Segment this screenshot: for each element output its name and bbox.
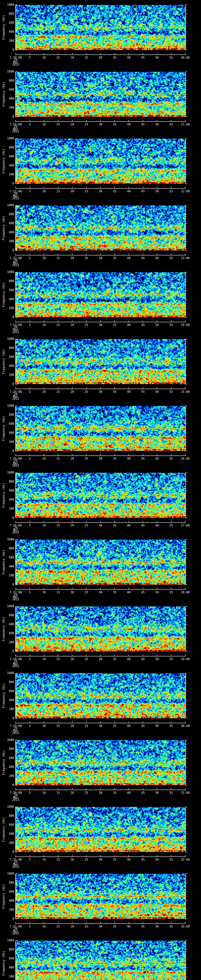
y-tick-label: 200 — [0, 908, 14, 911]
y-axis-title: Frequency (Hz) — [2, 406, 5, 451]
date-label: 26Mar2015 — [4, 393, 27, 400]
panel-end-time-label: 24:00 — [177, 324, 194, 326]
spectrogram-panel-9: Frequency (Hz)02004006008001000510152025… — [0, 535, 201, 601]
y-tick-label: 600 — [0, 489, 14, 492]
panel-end-time-label: 25:00 — [177, 390, 194, 393]
y-tick-label: 200 — [0, 507, 14, 510]
date-line: 2015 — [4, 331, 27, 333]
spectrogram-panel-10: Frequency (Hz)02004006008001000510152025… — [0, 601, 201, 668]
y-tick-label: 0 — [0, 850, 14, 853]
y-tick-label: 0 — [0, 583, 14, 586]
date-label: 26Mar2015 — [4, 527, 27, 534]
date-label: 26Mar2015 — [4, 259, 27, 266]
y-tick-label: 200 — [0, 106, 14, 109]
y-tick-label: 0 — [0, 48, 14, 51]
y-tick-label: 1000 — [0, 3, 14, 6]
date-label: 26Mar2015 — [4, 326, 27, 333]
panel-end-time-label: 32:00 — [177, 858, 194, 861]
spectrogram-panel-1: Frequency (Hz)02004006008001000510152025… — [0, 0, 201, 67]
y-tick-label: 0 — [0, 249, 14, 252]
y-tick-label: 200 — [0, 708, 14, 711]
y-tick-label: 400 — [0, 498, 14, 501]
y-tick-label: 1000 — [0, 471, 14, 474]
panel-end-time-label: 26:00 — [177, 457, 194, 460]
spectrogram-panel-13: Frequency (Hz)02004006008001000510152025… — [0, 802, 201, 869]
y-tick-label: 200 — [0, 574, 14, 577]
y-tick-label: 0 — [0, 917, 14, 920]
y-tick-label: 0 — [0, 784, 14, 786]
y-tick-label: 600 — [0, 623, 14, 626]
y-tick-label: 1000 — [0, 538, 14, 541]
y-tick-label: 600 — [0, 21, 14, 24]
y-axis-title: Frequency (Hz) — [2, 539, 5, 585]
y-tick-label: 1000 — [0, 805, 14, 808]
y-tick-label: 400 — [0, 30, 14, 33]
y-tick-label: 800 — [0, 12, 14, 15]
date-line: 2015 — [4, 264, 27, 266]
date-line: 2015 — [4, 665, 27, 667]
y-axis-title: Frequency (Hz) — [2, 606, 5, 652]
spectrogram-panel-7: Frequency (Hz)02004006008001000510152025… — [0, 401, 201, 468]
y-axis-title: Frequency (Hz) — [2, 205, 5, 250]
spectrogram-panel-2: Frequency (Hz)02004006008001000510152025… — [0, 67, 201, 134]
spectrogram-panel-12: Frequency (Hz)02004006008001000510152025… — [0, 735, 201, 802]
y-tick-label: 400 — [0, 364, 14, 367]
spectrogram-panel-6: Frequency (Hz)02004006008001000510152025… — [0, 334, 201, 401]
y-tick-label: 1000 — [0, 872, 14, 875]
spectrogram-figure: Frequency (Hz)02004006008001000510152025… — [0, 0, 201, 980]
y-tick-label: 1000 — [0, 738, 14, 741]
y-tick-label: 800 — [0, 414, 14, 416]
y-tick-label: 600 — [0, 88, 14, 91]
spectrogram-panel-5: Frequency (Hz)02004006008001000510152025… — [0, 267, 201, 334]
date-label: 26Mar2015 — [4, 126, 27, 133]
date-line: 2015 — [4, 398, 27, 400]
y-tick-label: 1000 — [0, 672, 14, 675]
y-axis-title: Frequency (Hz) — [2, 874, 5, 919]
y-axis-title: Frequency (Hz) — [2, 272, 5, 317]
spectrogram-panel-3: Frequency (Hz)02004006008001000510152025… — [0, 134, 201, 200]
y-axis-title: Frequency (Hz) — [2, 807, 5, 852]
y-tick-label: 200 — [0, 240, 14, 243]
spectrogram-panel-14: Frequency (Hz)02004006008001000510152025… — [0, 869, 201, 936]
panel-end-time-label: 27:00 — [177, 524, 194, 527]
date-line: 2015 — [4, 732, 27, 734]
spectrogram-panel-8: Frequency (Hz)02004006008001000510152025… — [0, 468, 201, 535]
y-tick-label: 400 — [0, 832, 14, 835]
panel-end-time-label: 33:00 — [177, 925, 194, 928]
y-tick-label: 600 — [0, 957, 14, 960]
y-tick-label: 800 — [0, 79, 14, 82]
date-label: 26Mar2015 — [4, 928, 27, 935]
panel-end-time-label: 30:00 — [177, 725, 194, 727]
spectrogram-panel-11: Frequency (Hz)02004006008001000510152025… — [0, 668, 201, 735]
y-tick-label: 600 — [0, 422, 14, 425]
y-tick-label: 400 — [0, 632, 14, 635]
date-label: 26Mar2015 — [4, 593, 27, 601]
date-line: 2015 — [4, 531, 27, 534]
y-tick-label: 0 — [0, 316, 14, 318]
y-tick-label: 1000 — [0, 70, 14, 73]
y-tick-label: 200 — [0, 173, 14, 176]
y-tick-label: 0 — [0, 650, 14, 653]
date-line: 2015 — [4, 465, 27, 467]
y-tick-label: 600 — [0, 757, 14, 759]
y-tick-label: 0 — [0, 115, 14, 118]
date-label: 26Mar2015 — [4, 727, 27, 734]
y-tick-label: 200 — [0, 307, 14, 310]
date-label: 26Mar2015 — [4, 861, 27, 868]
y-tick-label: 600 — [0, 556, 14, 559]
y-axis-title: Frequency (Hz) — [2, 673, 5, 718]
y-tick-label: 600 — [0, 356, 14, 358]
y-tick-label: 400 — [0, 431, 14, 434]
y-tick-label: 1000 — [0, 204, 14, 207]
y-tick-label: 800 — [0, 614, 14, 617]
date-label: 26Mar2015 — [4, 660, 27, 667]
y-tick-label: 0 — [0, 383, 14, 385]
y-axis-title: Frequency (Hz) — [2, 740, 5, 785]
panel-end-time-label: 20:00 — [177, 56, 194, 59]
y-tick-label: 600 — [0, 155, 14, 158]
y-axis-title: Frequency (Hz) — [2, 5, 5, 50]
y-tick-label: 800 — [0, 146, 14, 149]
y-tick-label: 800 — [0, 547, 14, 550]
y-tick-label: 400 — [0, 765, 14, 768]
y-tick-label: 1000 — [0, 137, 14, 140]
